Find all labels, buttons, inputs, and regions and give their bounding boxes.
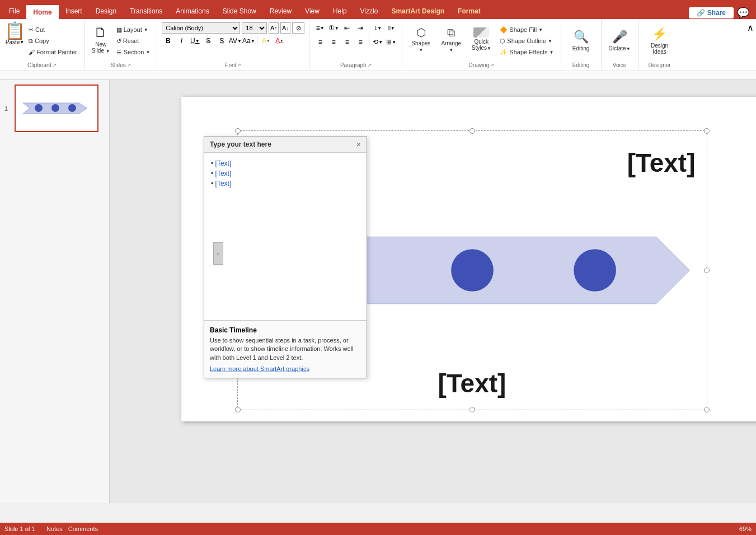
shapes-button[interactable]: ⬡ Shapes▼ [407, 22, 435, 56]
pane-content: [Text] [Text] [Text] [204, 153, 367, 321]
pane-title: Type your text here [210, 140, 271, 148]
reset-icon: ↺ [116, 37, 121, 45]
collapse-ribbon-button[interactable]: ∧ [745, 20, 756, 69]
shape-outline-icon: ⬡ [500, 37, 505, 45]
slide-thumb-inner [15, 85, 98, 132]
align-right-button[interactable]: ≡ [341, 36, 353, 48]
layout-button[interactable]: ▦ Layout▼ [114, 25, 153, 35]
text-direction-button[interactable]: ⟲▼ [372, 36, 384, 48]
text-label-2[interactable]: [Text] [627, 148, 696, 178]
cut-button[interactable]: ✂ Cut [26, 25, 79, 35]
shape-effects-button[interactable]: ✨ Shape Effects▼ [497, 47, 556, 57]
shadow-button[interactable]: S [215, 35, 228, 46]
font-increase-button[interactable]: A↑ [269, 22, 279, 34]
tab-view[interactable]: View [298, 3, 326, 19]
tab-smartart[interactable]: SmartArt Design [384, 3, 451, 19]
comment-icon[interactable]: 💬 [737, 7, 749, 19]
increase-indent-button[interactable]: ⇥ [354, 22, 367, 34]
tab-help[interactable]: Help [326, 3, 354, 19]
tab-home[interactable]: Home [26, 3, 58, 19]
smartart-text-pane: Type your text here × [Text] [Text] [Tex… [204, 136, 367, 378]
reset-button[interactable]: ↺ Reset [114, 36, 153, 46]
svg-point-1 [35, 104, 43, 112]
editing-icon: 🔍 [574, 30, 589, 44]
paragraph-label: Paragraph ↗ [340, 61, 372, 69]
convert-to-smartart-button[interactable]: ⊞▼ [385, 36, 397, 48]
learn-more-link[interactable]: Learn more about SmartArt graphics [210, 365, 309, 372]
tab-transitions[interactable]: Transitions [123, 3, 169, 19]
tab-file[interactable]: File [2, 3, 26, 19]
font-decrease-button[interactable]: A↓ [280, 22, 290, 34]
char-spacing-button[interactable]: AV▼ [229, 35, 241, 46]
font-name-select[interactable]: Calibri (Body) [162, 22, 240, 34]
section-button[interactable]: ☰ Section▼ [114, 47, 153, 57]
tab-format[interactable]: Format [451, 3, 487, 19]
bullets-button[interactable]: ≡▼ [314, 22, 326, 34]
new-slide-icon: 🗋 [94, 25, 107, 40]
numbering-button[interactable]: ①▼ [327, 22, 340, 34]
paragraph-expand-icon[interactable]: ↗ [368, 63, 372, 68]
design-ideas-button[interactable]: ⚡ DesignIdeas [643, 25, 677, 56]
share-button[interactable]: 🔗 Share [689, 7, 734, 18]
italic-button[interactable]: I [175, 35, 187, 46]
drawing-expand-icon[interactable]: ↗ [490, 63, 494, 68]
text-highlight-button[interactable]: A▼ [260, 35, 272, 46]
copy-button[interactable]: ⧉ Copy [26, 36, 79, 46]
shape-fill-button[interactable]: 🔶 Shape Fill▼ [497, 25, 556, 35]
bold-button[interactable]: B [162, 35, 174, 46]
font-sep [257, 36, 257, 46]
dictate-button[interactable]: 🎤 Dictate▼ [606, 25, 633, 56]
designer-group: ⚡ DesignIdeas Designer [638, 20, 681, 69]
font-label: Font ↗ [225, 61, 241, 69]
voice-label: Voice [613, 61, 626, 69]
clear-format-button[interactable]: ⊘ [292, 22, 304, 34]
strikethrough-button[interactable]: S [202, 35, 214, 46]
font-size-select[interactable]: 18 [242, 22, 267, 34]
svg-point-2 [51, 104, 59, 112]
shape-outline-button[interactable]: ⬡ Shape Outline▼ [497, 36, 556, 46]
line-spacing-button[interactable]: ↕▼ [372, 22, 384, 34]
bullet-item-3[interactable]: [Text] [211, 180, 360, 187]
paste-icon: 📋 [4, 22, 25, 39]
handle-br [704, 407, 710, 412]
design-ideas-icon: ⚡ [652, 27, 667, 41]
footer-description: Use to show sequential steps in a task, … [210, 336, 361, 362]
font-color-button[interactable]: A▼ [273, 35, 285, 46]
align-center-button[interactable]: ≡ [327, 36, 340, 48]
tab-slideshow[interactable]: Slide Show [216, 3, 263, 19]
format-painter-button[interactable]: 🖌 Format Painter [26, 47, 79, 57]
text-label-3[interactable]: [Text] [438, 368, 506, 398]
tab-design[interactable]: Design [89, 3, 123, 19]
arrange-button[interactable]: ⧉ Arrange▼ [437, 22, 465, 56]
underline-button[interactable]: U▼ [189, 35, 201, 46]
pane-close-button[interactable]: × [356, 140, 361, 149]
collapse-pane-button[interactable]: › [213, 242, 223, 265]
bullet-item-1[interactable]: [Text] [211, 159, 360, 167]
quick-styles-icon [473, 27, 489, 37]
justify-button[interactable]: ≡ [354, 36, 367, 48]
font-expand-icon[interactable]: ↗ [237, 63, 241, 68]
bullet-item-2[interactable]: [Text] [211, 170, 360, 177]
font-group: Calibri (Body) 18 A↑ A↓ ⊘ B I U▼ S S AV▼ [157, 20, 309, 69]
handle-tm [469, 128, 475, 134]
decrease-indent-button[interactable]: ⇤ [341, 22, 353, 34]
quick-styles-button[interactable]: QuickStyles▼ [467, 22, 495, 56]
tab-vizzlo[interactable]: Vizzlo [354, 3, 385, 19]
para-sep2 [369, 37, 369, 47]
handle-mr [704, 268, 710, 273]
handle-bm [469, 407, 475, 412]
tab-review[interactable]: Review [263, 3, 298, 19]
pane-footer: Basic Timeline Use to show sequential st… [204, 321, 367, 378]
tab-insert[interactable]: Insert [59, 3, 89, 19]
columns-button[interactable]: ⫴▼ [385, 22, 397, 34]
clipboard-expand-icon[interactable]: ↗ [53, 63, 57, 68]
shapes-icon: ⬡ [416, 26, 426, 39]
tab-animations[interactable]: Animations [169, 3, 215, 19]
align-left-button[interactable]: ≡ [314, 36, 326, 48]
paste-button[interactable]: 📋 Paste ▼ [4, 22, 25, 45]
slide-thumbnail-1[interactable]: 1 [15, 85, 105, 132]
new-slide-button[interactable]: 🗋 NewSlide ▼ [89, 22, 113, 56]
change-case-button[interactable]: Aa▼ [242, 35, 255, 46]
editing-button[interactable]: 🔍 Editing [566, 25, 597, 56]
slides-expand-icon[interactable]: ↗ [127, 63, 131, 68]
